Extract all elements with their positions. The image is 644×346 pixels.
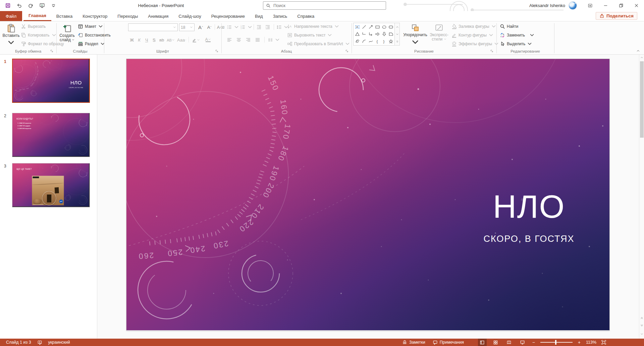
shape-brace-right[interactable]: } [381, 38, 387, 45]
shape-effects-button[interactable]: Эффекты фигуры [451, 40, 499, 48]
shape-scribble[interactable] [354, 38, 361, 45]
scroll-down-button[interactable] [639, 331, 644, 337]
justify-button[interactable] [255, 36, 260, 44]
select-button[interactable]: Выделить [500, 40, 532, 48]
restore-button[interactable] [613, 0, 629, 11]
ribbon-display-options-button[interactable] [582, 0, 598, 11]
tab-вставка[interactable]: Вставка [51, 11, 77, 21]
shape-block-arrow-down[interactable] [381, 30, 387, 38]
arrange-button[interactable]: Упорядочить [402, 22, 428, 47]
change-case-button[interactable]: Ааа [177, 36, 186, 44]
view-slideshow-button[interactable] [518, 339, 527, 346]
convert-smartart-button[interactable]: Преобразовать в SmartArt [287, 40, 350, 48]
avatar[interactable] [569, 1, 577, 10]
bold-button[interactable]: Ж [129, 36, 135, 44]
font-color-button[interactable]: А [203, 36, 213, 43]
copy-button[interactable]: Копировать [21, 31, 57, 39]
tab-главная[interactable]: Главная [23, 11, 51, 21]
font-dialog-launcher[interactable] [215, 49, 219, 54]
shapes-gallery-more[interactable] [395, 38, 399, 45]
slide-thumbnail-2[interactable]: КОЛИ БУДУТЬ?2042 22 вересня2057 10 грудн… [12, 113, 90, 157]
grow-font-button[interactable]: Аˆ [197, 23, 205, 31]
undo-button[interactable] [14, 1, 24, 10]
shape-snip-rectangle[interactable] [387, 30, 394, 38]
character-spacing-button[interactable]: АВ [166, 36, 175, 44]
share-button[interactable]: Поделиться [596, 12, 637, 20]
shape-block-arrow-right[interactable] [374, 30, 381, 38]
align-right-button[interactable] [246, 36, 251, 44]
slide-subtitle-text[interactable]: СКОРО, В ГОСТЯХ [64, 87, 88, 88]
customize-qat-button[interactable] [48, 1, 58, 10]
slide-title-text[interactable]: КОЛИ БУДУТЬ? [16, 118, 33, 120]
paste-button[interactable]: Вставить [3, 22, 19, 47]
slide-title-text[interactable]: НЛО [64, 80, 88, 85]
shapes-gallery-scroll[interactable] [395, 23, 400, 46]
tab-справка[interactable]: Справка [292, 11, 319, 21]
shape-brace-left[interactable]: { [374, 38, 381, 45]
shape-rounded-rectangle[interactable] [387, 23, 394, 30]
underline-button[interactable]: Ч [144, 36, 150, 44]
zoom-in-button[interactable]: + [577, 340, 581, 345]
text-direction-button[interactable]: АНаправление текста [287, 23, 339, 30]
font-name-combo[interactable] [128, 23, 178, 31]
shrink-font-button[interactable]: Аˇ [205, 23, 213, 31]
shape-star[interactable] [387, 38, 394, 45]
slide-title-text[interactable]: НЛО [455, 190, 603, 224]
shape-rectangle[interactable] [374, 23, 381, 30]
view-reading-button[interactable] [505, 339, 514, 346]
redo-button[interactable] [25, 1, 36, 10]
shape-line[interactable] [361, 23, 367, 30]
shape-arrow[interactable] [367, 23, 374, 30]
slide-subtitle-text[interactable]: СКОРО, В ГОСТЯХ [455, 234, 603, 244]
save-button[interactable] [3, 1, 13, 10]
fit-to-window-icon[interactable] [601, 340, 606, 345]
italic-button[interactable]: К [136, 36, 142, 44]
decrease-indent-button[interactable] [256, 23, 262, 31]
comments-toggle[interactable]: Примечания [431, 339, 465, 346]
slide-title-text[interactable]: ЩО ЦЕ ТАКЕ? [16, 168, 32, 170]
tab-запись[interactable]: Запись [268, 11, 292, 21]
shape-elbow-connector[interactable] [361, 30, 367, 38]
shapes-scroll-up[interactable] [395, 23, 399, 30]
text-shadow-button[interactable]: S [151, 36, 157, 44]
mars-photo[interactable] [32, 176, 64, 205]
slide-canvas[interactable]: 150160170180190200210220230240250260НЛОС… [126, 59, 609, 331]
vertical-scrollbar[interactable] [639, 55, 644, 339]
next-slide-button[interactable] [639, 323, 644, 328]
language-indicator[interactable]: украинский [48, 340, 70, 345]
start-slideshow-button[interactable] [37, 1, 47, 10]
align-text-button[interactable]: Выровнять текст [287, 31, 332, 39]
new-slide-button[interactable]: Создатьслайд [58, 22, 76, 47]
tab-анимация[interactable]: Анимация [143, 11, 173, 21]
tab-слайд-шоу[interactable]: Слайд-шоу [173, 11, 206, 21]
tab-file[interactable]: Файл [0, 11, 22, 21]
view-slide-sorter-button[interactable] [491, 339, 500, 346]
account-area[interactable]: Aleksandr Ishenko [529, 0, 577, 11]
tab-вид[interactable]: Вид [250, 11, 268, 21]
slide-thumbnail-1[interactable]: 150160170180190200210220230240250260НЛОС… [12, 59, 90, 103]
align-center-button[interactable] [236, 36, 241, 44]
layout-button[interactable]: Макет [78, 23, 103, 30]
bullets-button[interactable] [227, 23, 239, 31]
slide-body-list[interactable]: 2042 22 вересня2057 10 грудня2074 06 вер… [17, 122, 31, 130]
notes-toggle[interactable]: Заметки [401, 339, 427, 346]
shape-outline-button[interactable]: Контур фигуры [451, 31, 494, 39]
shapes-scroll-down[interactable] [395, 30, 399, 38]
shape-arc[interactable] [361, 38, 367, 45]
shape-curve[interactable] [367, 38, 374, 45]
minimize-button[interactable] [598, 0, 613, 11]
scrollbar-thumb[interactable] [640, 61, 644, 138]
tab-переходы[interactable]: Переходы [112, 11, 143, 21]
quick-styles-button[interactable]: Экспресс-стили [429, 22, 449, 47]
numbering-button[interactable]: 123 [240, 23, 253, 31]
strikethrough-button[interactable]: ab [158, 36, 165, 44]
shape-fill-button[interactable]: Заливка фигуры [451, 23, 496, 30]
zoom-slider[interactable] [540, 339, 573, 346]
zoom-out-button[interactable]: − [532, 340, 536, 345]
highlight-color-button[interactable] [191, 36, 201, 44]
tab-рецензирование[interactable]: Рецензирование [206, 11, 250, 21]
view-normal-button[interactable] [478, 339, 487, 346]
spelling-icon[interactable] [37, 340, 42, 345]
zoom-slider-thumb[interactable] [555, 340, 556, 345]
columns-button[interactable] [268, 36, 280, 44]
